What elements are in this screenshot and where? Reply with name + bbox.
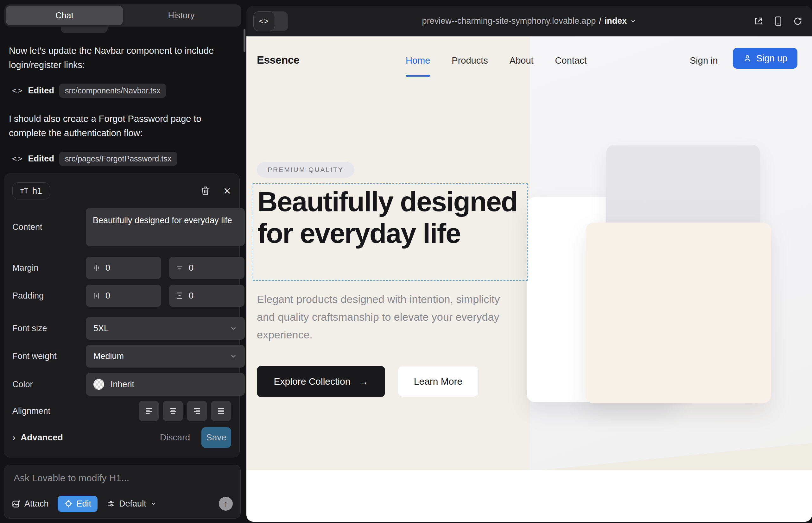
font-weight-label: Font weight [12, 351, 57, 361]
margin-field-row: Margin 0 0 [12, 257, 231, 279]
alignment-label: Alignment [12, 406, 50, 416]
padding-y-input[interactable]: 0 [169, 285, 245, 307]
tab-history[interactable]: History [123, 6, 240, 25]
external-link-icon [754, 16, 763, 26]
content-label: Content [12, 222, 42, 232]
decorative-card-cream [586, 222, 771, 403]
trash-icon [200, 186, 210, 196]
attach-button[interactable]: Attach [12, 499, 49, 509]
target-icon [64, 499, 73, 508]
font-size-select[interactable]: 5XL [86, 317, 245, 340]
nav-link-products[interactable]: Products [452, 55, 488, 66]
hero-heading[interactable]: Beautifully designed for everyday life [258, 186, 524, 249]
margin-y-input[interactable]: 0 [169, 257, 245, 279]
default-mode-button[interactable]: Default [106, 499, 157, 509]
margin-x-input[interactable]: 0 [86, 257, 161, 279]
premium-quality-badge: PREMIUM QUALITY [257, 162, 354, 178]
margin-horizontal-icon [92, 264, 100, 272]
tab-chat[interactable]: Chat [6, 6, 123, 25]
open-external-button[interactable] [754, 16, 763, 26]
nav-link-contact[interactable]: Contact [555, 55, 587, 66]
padding-vertical-icon [175, 292, 184, 300]
explore-collection-button[interactable]: Explore Collection → [257, 366, 385, 397]
close-icon: ✕ [223, 185, 231, 197]
alignment-field-row: Alignment [12, 401, 231, 421]
edited-file-pill[interactable]: src/pages/ForgotPassword.tsx [59, 152, 177, 166]
align-left-icon [144, 406, 154, 416]
edited-file-row: <> Edited src/pages/ForgotPassword.tsx [12, 152, 224, 166]
url-host: preview--charming-site-symphony.lovable.… [422, 16, 596, 26]
url-path: index [604, 16, 627, 26]
arrow-up-icon: ↑ [224, 499, 228, 509]
chat-message: Now let's update the Navbar component to… [9, 44, 218, 72]
margin-label: Margin [12, 263, 39, 273]
edit-mode-button[interactable]: Edit [58, 496, 98, 512]
composer-input[interactable] [14, 473, 229, 489]
align-center-icon [168, 406, 178, 416]
h1-selection-outline[interactable]: Beautifully designed for everyday life [253, 183, 528, 281]
margin-vertical-icon [175, 264, 184, 272]
editor-footer-row: › Advanced Discard Save [12, 427, 231, 448]
site-viewport: Essence Home Products About Contact Sign… [246, 36, 812, 522]
chevron-down-icon [630, 18, 636, 24]
hero-paragraph: Elegant products designed with intention… [257, 290, 513, 343]
element-tag-label: h1 [32, 186, 42, 196]
font-weight-select[interactable]: Medium [86, 345, 245, 367]
padding-x-input[interactable]: 0 [86, 285, 161, 307]
edited-file-row: <> Edited src/components/Navbar.tsx [12, 84, 224, 98]
mobile-preview-button[interactable] [774, 16, 782, 26]
send-button[interactable]: ↑ [219, 497, 233, 511]
save-button[interactable]: Save [201, 427, 231, 448]
chat-scrollbar[interactable] [244, 29, 245, 52]
color-label: Color [12, 380, 33, 390]
hero-cta-row: Explore Collection → Learn More [257, 366, 478, 397]
sidebar-tabbar: Chat History [4, 4, 241, 26]
type-icon: тT [20, 186, 29, 195]
sign-up-button[interactable]: Sign up [733, 48, 797, 69]
align-justify-icon [216, 406, 226, 416]
padding-field-row: Padding 0 0 [12, 285, 231, 307]
editor-header: тT h1 ✕ [12, 181, 231, 201]
color-select[interactable]: Inherit [86, 373, 245, 396]
advanced-toggle[interactable]: Advanced [21, 432, 63, 443]
learn-more-button[interactable]: Learn More [398, 366, 478, 397]
lovable-app: Chat History Now let's update the Navbar… [0, 0, 812, 523]
preview-browser-frame: <> preview--charming-site-symphony.lovab… [246, 6, 812, 522]
url-bar[interactable]: preview--charming-site-symphony.lovable.… [246, 6, 812, 36]
content-field-row: Content Beautifully designed for everyda… [12, 208, 231, 246]
chat-sidebar: Chat History Now let's update the Navbar… [0, 0, 246, 523]
align-justify-button[interactable] [211, 401, 231, 421]
element-editor-panel: тT h1 ✕ [4, 174, 240, 457]
edited-file-pill[interactable]: src/components/Navbar.tsx [59, 84, 166, 98]
discard-button[interactable]: Discard [160, 432, 190, 443]
chevron-right-icon: › [12, 432, 16, 443]
composer-toolbar: Attach Edit [12, 495, 233, 512]
refresh-button[interactable] [793, 16, 802, 26]
color-field-row: Color Inherit [12, 373, 231, 396]
nav-link-home[interactable]: Home [406, 55, 430, 66]
close-editor-button[interactable]: ✕ [223, 185, 231, 197]
align-right-button[interactable] [187, 401, 207, 421]
align-right-icon [192, 406, 202, 416]
element-tag-badge[interactable]: тT h1 [12, 182, 50, 199]
attach-image-icon [12, 499, 21, 508]
site-logo[interactable]: Essence [257, 54, 300, 66]
person-icon [743, 54, 752, 63]
delete-element-button[interactable] [200, 186, 210, 196]
nav-link-about[interactable]: About [510, 55, 534, 66]
sign-in-link[interactable]: Sign in [690, 55, 718, 66]
chevron-down-icon [150, 500, 157, 507]
font-size-field-row: Font size 5XL [12, 317, 231, 340]
align-left-button[interactable] [139, 401, 159, 421]
browser-chrome: <> preview--charming-site-symphony.lovab… [246, 6, 812, 36]
padding-horizontal-icon [92, 292, 100, 300]
site-navbar: Essence Home Products About Contact Sign… [246, 36, 812, 84]
chat-composer: Attach Edit [4, 465, 241, 519]
url-separator: / [599, 16, 601, 26]
content-input[interactable]: Beautifully designed for everyday life [86, 208, 245, 246]
transparency-swatch-icon [93, 379, 104, 390]
edited-label: Edited [28, 86, 54, 96]
sliders-icon [106, 499, 115, 508]
chevron-down-icon [230, 325, 237, 332]
align-center-button[interactable] [163, 401, 183, 421]
